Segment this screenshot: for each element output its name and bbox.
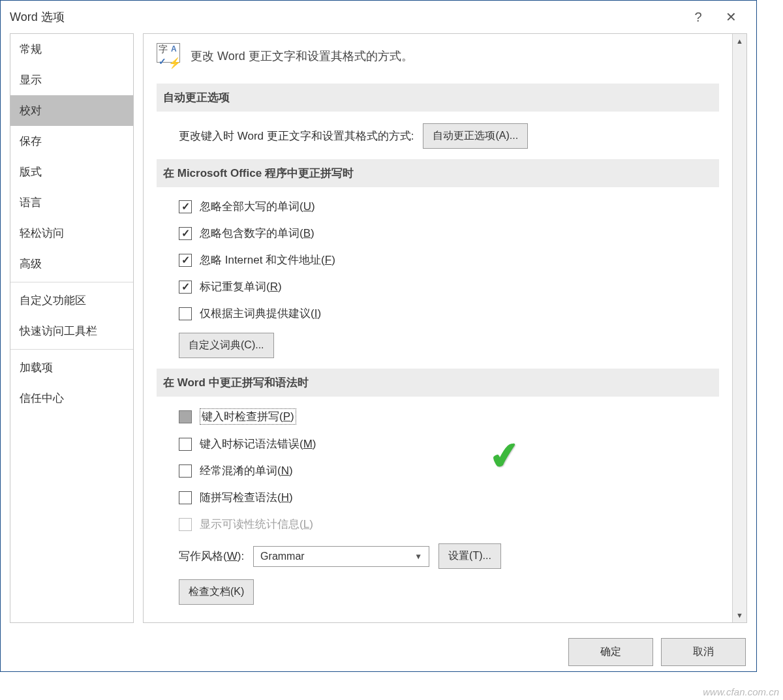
cb-ignore-numbers[interactable] [179, 227, 192, 240]
cb-flag-repeat[interactable] [179, 281, 192, 294]
nav-customize-ribbon[interactable]: 自定义功能区 [10, 285, 133, 316]
options-dialog: Word 选项 ? ✕ 常规 显示 校对 保存 版式 语言 轻松访问 高级 自定… [0, 0, 757, 672]
nav-layout[interactable]: 版式 [10, 157, 133, 187]
check-document-button[interactable]: 检查文档(K) [179, 579, 254, 605]
cb-ignore-internet-label: 忽略 Internet 和文件地址(F) [200, 252, 335, 267]
cb-confused-words-label: 经常混淆的单词(N) [200, 463, 293, 478]
window-title: Word 选项 [10, 9, 65, 25]
custom-dictionaries-button[interactable]: 自定义词典(C)... [179, 333, 274, 358]
close-button[interactable]: ✕ [714, 9, 747, 25]
scroll-up-icon[interactable]: ▲ [733, 34, 746, 48]
nav-addins[interactable]: 加载项 [10, 352, 133, 383]
chevron-down-icon: ▼ [414, 552, 422, 561]
cb-check-grammar-with-spell-label: 随拼写检查语法(H) [200, 490, 293, 505]
help-button[interactable]: ? [682, 10, 714, 25]
autocorrect-options-button[interactable]: 自动更正选项(A)... [423, 123, 528, 149]
nav-ease[interactable]: 轻松访问 [10, 218, 133, 249]
cb-ignore-numbers-label: 忽略包含数字的单词(B) [200, 226, 315, 241]
writing-style-select[interactable]: Grammar ▼ [253, 546, 429, 567]
cb-check-grammar-with-spell[interactable] [179, 491, 192, 504]
cb-confused-words[interactable] [179, 464, 192, 478]
cb-ignore-uppercase-label: 忽略全部大写的单词(U) [200, 199, 315, 214]
cb-check-spelling-as-type-label: 键入时检查拼写(P) [200, 408, 296, 425]
nav-language[interactable]: 语言 [10, 187, 133, 218]
nav-advanced[interactable]: 高级 [10, 249, 133, 279]
nav-trust[interactable]: 信任中心 [10, 383, 133, 414]
nav-general[interactable]: 常规 [10, 34, 133, 65]
page-header: 更改 Word 更正文字和设置其格式的方式。 [191, 48, 413, 64]
cb-readability-stats [179, 518, 192, 531]
autocorrect-desc: 更改键入时 Word 更正文字和设置其格式的方式: [179, 129, 414, 144]
cb-readability-stats-label: 显示可读性统计信息(L) [200, 517, 313, 532]
category-sidebar: 常规 显示 校对 保存 版式 语言 轻松访问 高级 自定义功能区 快速访问工具栏… [10, 33, 134, 623]
watermark: www.cfan.com.cn [703, 686, 779, 697]
nav-quick-access[interactable]: 快速访问工具栏 [10, 316, 133, 346]
nav-proofing[interactable]: 校对 [10, 95, 133, 126]
cb-main-dict-only[interactable] [179, 307, 192, 320]
ok-button[interactable]: 确定 [568, 638, 653, 666]
proofing-icon: 字A ✓⚡ [157, 43, 183, 69]
cb-check-spelling-as-type[interactable] [179, 410, 192, 423]
cb-mark-grammar-as-type[interactable] [179, 438, 192, 451]
titlebar: Word 选项 ? ✕ [1, 1, 756, 33]
writing-style-label: 写作风格(W): [179, 549, 244, 564]
cb-mark-grammar-as-type-label: 键入时标记语法错误(M) [200, 436, 316, 451]
vertical-scrollbar[interactable]: ▲ ▼ [732, 34, 746, 622]
nav-save[interactable]: 保存 [10, 126, 133, 157]
section-word-spell-head: 在 Word 中更正拼写和语法时 [157, 369, 719, 397]
cb-ignore-uppercase[interactable] [179, 200, 192, 213]
cb-ignore-internet[interactable] [179, 254, 192, 267]
section-office-spell-head: 在 Microsoft Office 程序中更正拼写时 [157, 159, 719, 187]
dialog-footer: 确定 取消 [1, 632, 756, 671]
writing-style-value: Grammar [260, 551, 305, 562]
nav-display[interactable]: 显示 [10, 65, 133, 95]
content-panel: 字A ✓⚡ 更改 Word 更正文字和设置其格式的方式。 自动更正选项 更改键入… [143, 33, 747, 623]
scroll-down-icon[interactable]: ▼ [733, 608, 746, 622]
section-autocorrect-head: 自动更正选项 [157, 84, 719, 112]
writing-style-settings-button[interactable]: 设置(T)... [438, 543, 501, 569]
cb-main-dict-only-label: 仅根据主词典提供建议(I) [200, 306, 321, 321]
cb-flag-repeat-label: 标记重复单词(R) [200, 279, 282, 294]
cancel-button[interactable]: 取消 [661, 638, 746, 666]
